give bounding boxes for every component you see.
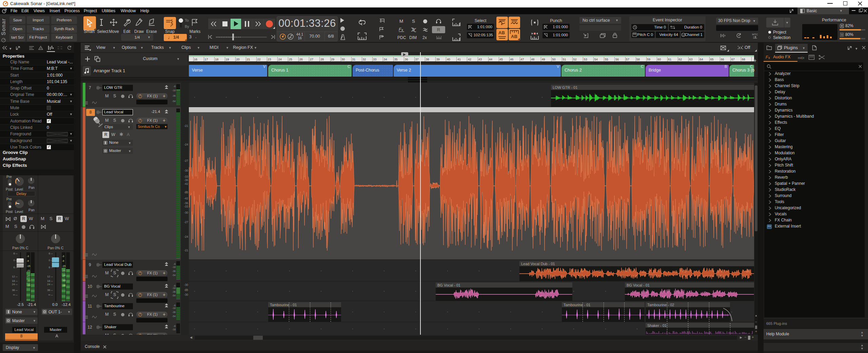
svg-text:mIDI: mIDI: [798, 56, 804, 60]
